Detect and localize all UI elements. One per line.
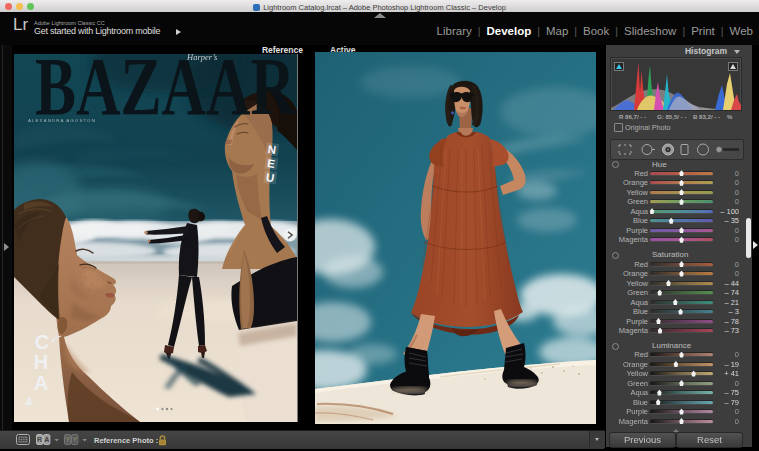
svg-text:Y: Y [65, 436, 70, 443]
svg-text:A: A [44, 436, 49, 443]
svg-text:U: U [265, 171, 275, 184]
svg-text:ALEXANDRA AGOSTON: ALEXANDRA AGOSTON [28, 118, 96, 123]
svg-text:Y: Y [72, 436, 77, 443]
svg-text:R: R [37, 436, 42, 443]
svg-text:H: H [34, 351, 48, 373]
svg-text:N: N [267, 143, 277, 156]
svg-text:A: A [34, 372, 48, 394]
svg-text:C: C [35, 331, 49, 353]
